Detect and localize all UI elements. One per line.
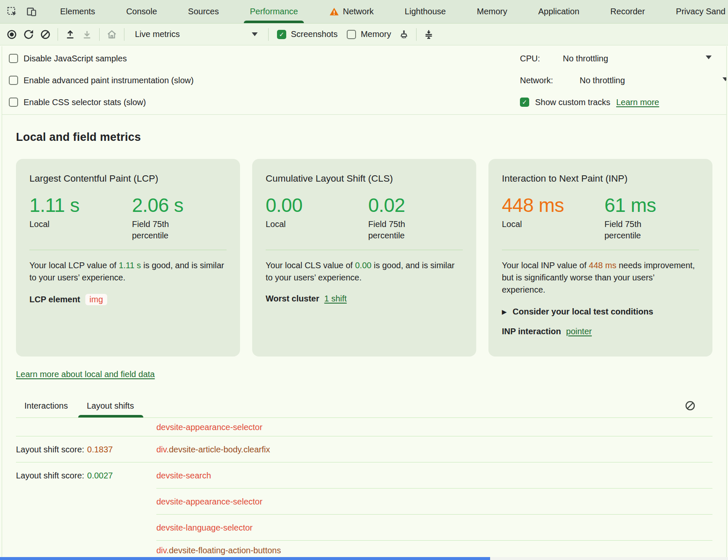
chevron-down-icon[interactable] [706, 55, 712, 59]
tab-interactions[interactable]: Interactions [24, 401, 68, 411]
memory-checkbox[interactable]: Memory [343, 29, 395, 39]
layout-shift-row: Layout shift score:0.1837div.devsite-art… [16, 436, 712, 462]
block-icon[interactable] [38, 27, 53, 42]
checkbox-unchecked-icon [9, 98, 18, 107]
reload-icon[interactable] [21, 27, 36, 42]
tab-performance[interactable]: Performance [241, 0, 306, 23]
footer-label: Worst cluster [266, 294, 319, 304]
shifts-tab-strip: Interactions Layout shifts [16, 401, 712, 418]
performance-toolbar: Live metrics ✓ Screenshots Memory [0, 24, 728, 45]
panel-tabs: ElementsConsoleSourcesPerformanceNetwork… [50, 0, 728, 23]
screenshots-label: Screenshots [291, 29, 338, 39]
live-metrics-select[interactable]: Live metrics [129, 27, 264, 42]
download-icon[interactable] [79, 27, 95, 42]
field-label: Field 75th percentile [368, 219, 424, 241]
shift-score-value: 0.1837 [87, 445, 113, 454]
record-icon[interactable] [4, 27, 19, 42]
tab-label: Application [538, 7, 579, 16]
local-value: 1.11 s [29, 195, 132, 215]
description-text: Your local CLS value of [266, 261, 355, 270]
tab-label: Elements [60, 7, 95, 16]
gc-brush-icon[interactable] [396, 27, 411, 42]
lcp-element-badge[interactable]: img [85, 294, 107, 305]
card-title: Largest Contentful Paint (LCP) [29, 173, 227, 184]
live-metrics-view: Local and field metrics Largest Contentf… [2, 131, 726, 560]
element-link[interactable]: div.devsite-article-body.clearfix [156, 445, 270, 454]
tab-label: Memory [477, 7, 507, 16]
chevron-down-icon[interactable] [723, 77, 727, 81]
divider [29, 250, 227, 250]
field-label: Field 75th percentile [604, 219, 660, 241]
network-throttling-select[interactable]: Network: No throttling [520, 75, 625, 86]
metric-values: 0.00 Local 0.02 Field 75th percentile [266, 195, 463, 241]
tab-layout-shifts[interactable]: Layout shifts [87, 401, 134, 411]
local-value: 448 ms [502, 195, 604, 215]
tab-network[interactable]: Network [321, 0, 382, 23]
field-value: 2.06 s [132, 195, 187, 215]
element-link[interactable]: devsite-appearance-selector [156, 497, 262, 507]
inp-interaction-link[interactable]: pointer [566, 327, 592, 336]
inspect-icon[interactable] [4, 4, 20, 20]
layout-shifts-list: devsite-appearance-selectorLayout shift … [16, 418, 712, 560]
device-toolbar-icon[interactable] [24, 4, 40, 20]
inp-card: Interaction to Next Paint (INP) 448 ms L… [488, 159, 712, 357]
element-tag: devsite-appearance-selector [156, 497, 262, 506]
checkbox-checked-icon: ✓ [277, 30, 286, 39]
cls-card: Cumulative Layout Shift (CLS) 0.00 Local… [252, 159, 476, 357]
bottom-light-bar [490, 557, 728, 560]
metric-cards: Largest Contentful Paint (LCP) 1.11 s Lo… [16, 159, 712, 357]
tab-memory[interactable]: Memory [468, 0, 515, 23]
show-custom-tracks-checkbox[interactable]: ✓ Show custom tracks Learn more [520, 97, 659, 108]
cpu-throttling-select[interactable]: CPU: No throttling [520, 53, 608, 64]
warning-icon [329, 7, 339, 17]
element-link[interactable]: devsite-search [156, 471, 211, 481]
disable-js-samples-checkbox[interactable]: Disable JavaScript samples [9, 53, 127, 64]
checkbox-checked-icon: ✓ [520, 98, 529, 107]
worst-cluster-link[interactable]: 1 shift [324, 294, 346, 304]
advanced-paint-checkbox[interactable]: Enable advanced paint instrumentation (s… [9, 75, 194, 86]
clear-icon[interactable] [683, 399, 697, 413]
memory-label: Memory [361, 29, 391, 39]
tab-lighthouse[interactable]: Lighthouse [396, 0, 454, 23]
checkbox-unchecked-icon [9, 76, 18, 85]
css-selector-stats-checkbox[interactable]: Enable CSS selector stats (slow) [9, 97, 146, 108]
tab-privacy-sand[interactable]: Privacy Sand [667, 0, 728, 23]
element-link[interactable]: devsite-language-selector [156, 523, 253, 533]
upload-icon[interactable] [63, 27, 78, 42]
toolbar-separator [124, 28, 124, 41]
element-link[interactable]: div.devsite-floating-action-buttons [156, 546, 281, 555]
tab-label: Performance [250, 7, 298, 16]
capture-options: Disable JavaScript samples Enable advanc… [2, 46, 726, 115]
tab-sources[interactable]: Sources [179, 0, 227, 23]
home-icon[interactable] [104, 27, 119, 42]
shift-score-cell: Layout shift score:0.1837 [16, 445, 156, 454]
element-link[interactable]: devsite-appearance-selector [156, 423, 262, 432]
custom-tracks-learn-more-link[interactable]: Learn more [616, 98, 659, 107]
network-value: No throttling [580, 76, 625, 85]
element-tag: devsite-language-selector [156, 523, 253, 532]
description-value: 448 ms [589, 261, 617, 270]
field-value: 61 ms [604, 195, 660, 215]
layout-shift-row: Layout shift score:0.0027devsite-search [16, 462, 712, 489]
screenshots-checkbox[interactable]: ✓ Screenshots [273, 29, 341, 39]
element-classes: .devsite-floating-action-buttons [166, 546, 281, 555]
divider [266, 250, 463, 250]
performance-panel-body: Disable JavaScript samples Enable advanc… [2, 46, 727, 560]
network-label: Network: [520, 76, 574, 85]
element-tag: div [156, 546, 166, 555]
description-value: 0.00 [355, 261, 372, 270]
learn-more-local-field-link[interactable]: Learn more about local and field data [16, 370, 155, 379]
tab-recorder[interactable]: Recorder [602, 0, 653, 23]
tab-application[interactable]: Application [530, 0, 588, 23]
card-title: Interaction to Next Paint (INP) [502, 173, 699, 184]
description-text: Your local LCP value of [29, 261, 119, 270]
tab-elements[interactable]: Elements [52, 0, 103, 23]
tab-console[interactable]: Console [118, 0, 165, 23]
lcp-card: Largest Contentful Paint (LCP) 1.11 s Lo… [16, 159, 240, 357]
tab-label: Sources [188, 7, 219, 16]
cpu-value: No throttling [563, 54, 608, 63]
metric-description: Your local INP value of 448 ms needs imp… [502, 259, 699, 296]
collapse-icon[interactable] [421, 27, 436, 42]
local-test-conditions-disclosure[interactable]: ▶ Consider your local test conditions [502, 307, 699, 317]
devtools-tabbar: ElementsConsoleSourcesPerformanceNetwork… [0, 0, 728, 24]
